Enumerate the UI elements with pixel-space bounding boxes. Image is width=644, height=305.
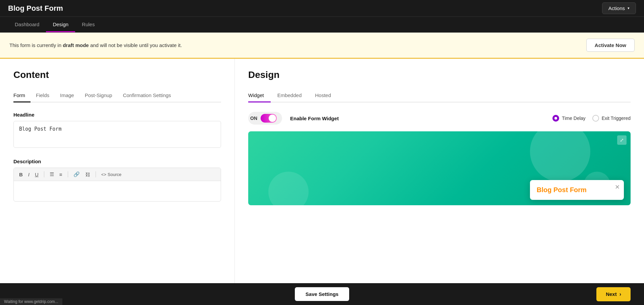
widget-controls: ON Enable Form Widget Time Delay Exit Tr…: [248, 112, 631, 125]
toolbar-separator-2: [68, 171, 68, 177]
ordered-list-icon: ≡: [59, 172, 62, 177]
design-title: Design: [248, 70, 631, 80]
bold-button[interactable]: B: [18, 171, 24, 178]
toggle-container: ON: [248, 112, 282, 125]
ordered-list-button[interactable]: ≡: [58, 171, 64, 178]
popup-close-icon[interactable]: ✕: [615, 183, 620, 191]
tab-dashboard[interactable]: Dashboard: [8, 17, 46, 32]
trigger-radio-group: Time Delay Exit Triggered: [552, 115, 631, 122]
description-editor: B I U ☰ ≡ 🔗 ⛓ <>: [13, 168, 221, 202]
next-button[interactable]: Next ›: [596, 287, 631, 301]
top-bar: Blog Post Form Actions ▾: [0, 0, 644, 17]
editor-toolbar: B I U ☰ ≡ 🔗 ⛓ <>: [14, 168, 221, 181]
enable-widget-toggle[interactable]: [261, 114, 277, 123]
unordered-list-button[interactable]: ☰: [48, 171, 55, 178]
sub-tab-post-signup[interactable]: Post-Signup: [79, 90, 118, 102]
time-delay-radio[interactable]: [552, 115, 559, 122]
status-text: Waiting for www.getdrip.com...: [4, 299, 58, 304]
popup-form-title: Blog Post Form: [537, 186, 617, 194]
main-content: Content Form Fields Image Post-Signup Co…: [0, 59, 644, 290]
form-widget-popup: ✕ Blog Post Form: [530, 180, 624, 200]
actions-button[interactable]: Actions ▾: [602, 2, 636, 14]
italic-button[interactable]: I: [27, 171, 31, 178]
unlink-button[interactable]: ⛓: [84, 171, 92, 178]
exit-triggered-label: Exit Triggered: [602, 116, 631, 121]
draft-banner: This form is currently in draft mode and…: [0, 33, 644, 59]
save-settings-button[interactable]: Save Settings: [295, 287, 349, 301]
activate-now-button[interactable]: Activate Now: [586, 39, 635, 52]
bottom-bar: Save Settings Next ›: [0, 283, 644, 305]
page-title: Blog Post Form: [8, 4, 63, 13]
chevron-down-icon: ▾: [628, 6, 630, 10]
next-label: Next: [606, 291, 617, 297]
toolbar-separator-3: [96, 171, 96, 177]
actions-label: Actions: [608, 5, 625, 11]
editor-body[interactable]: [14, 181, 221, 201]
status-bar: Waiting for www.getdrip.com...: [0, 298, 62, 305]
design-sub-tab-widget[interactable]: Widget: [248, 90, 271, 102]
preview-circle-1: [530, 131, 590, 182]
headline-input[interactable]: Blog Post Form: [13, 121, 221, 148]
enable-widget-label: Enable Form Widget: [290, 116, 339, 121]
toolbar-separator-1: [44, 171, 44, 177]
content-panel: Content Form Fields Image Post-Signup Co…: [0, 59, 235, 290]
time-delay-option[interactable]: Time Delay: [552, 115, 585, 122]
next-arrow-icon: ›: [620, 291, 621, 297]
sub-tab-image[interactable]: Image: [55, 90, 79, 102]
headline-label: Headline: [13, 112, 221, 118]
sub-tab-form[interactable]: Form: [13, 90, 31, 102]
sub-tab-confirmation-settings[interactable]: Confirmation Settings: [117, 90, 176, 102]
design-panel: Design Widget Embedded Hosted ON Enable …: [235, 59, 644, 290]
sub-tab-fields[interactable]: Fields: [31, 90, 55, 102]
draft-banner-text: This form is currently in draft mode and…: [9, 42, 182, 48]
description-label: Description: [13, 159, 221, 164]
preview-circle-2: [268, 172, 309, 205]
exit-triggered-radio[interactable]: [592, 115, 599, 122]
underline-button[interactable]: U: [34, 171, 40, 178]
expand-icon[interactable]: ⤢: [617, 135, 627, 145]
source-button[interactable]: <> Source: [100, 171, 123, 178]
link-button[interactable]: 🔗: [72, 171, 81, 178]
content-sub-tabs: Form Fields Image Post-Signup Confirmati…: [13, 90, 221, 102]
tab-design[interactable]: Design: [46, 17, 75, 32]
code-icon: <>: [101, 172, 106, 177]
content-title: Content: [13, 70, 221, 80]
draft-mode-highlight: draft mode: [63, 42, 89, 48]
design-sub-tabs: Widget Embedded Hosted: [248, 90, 631, 102]
toggle-knob: [269, 115, 276, 122]
design-sub-tab-embedded[interactable]: Embedded: [271, 90, 309, 102]
toggle-on-label: ON: [250, 116, 257, 121]
nav-tabs: Dashboard Design Rules: [0, 17, 644, 33]
tab-rules[interactable]: Rules: [75, 17, 101, 32]
widget-preview: ⤢ ✕ Blog Post Form: [248, 131, 631, 205]
unordered-list-icon: ☰: [50, 171, 54, 177]
unlink-icon: ⛓: [85, 172, 90, 177]
time-delay-label: Time Delay: [562, 116, 585, 121]
design-sub-tab-hosted[interactable]: Hosted: [308, 90, 338, 102]
link-icon: 🔗: [73, 171, 80, 177]
exit-triggered-option[interactable]: Exit Triggered: [592, 115, 631, 122]
